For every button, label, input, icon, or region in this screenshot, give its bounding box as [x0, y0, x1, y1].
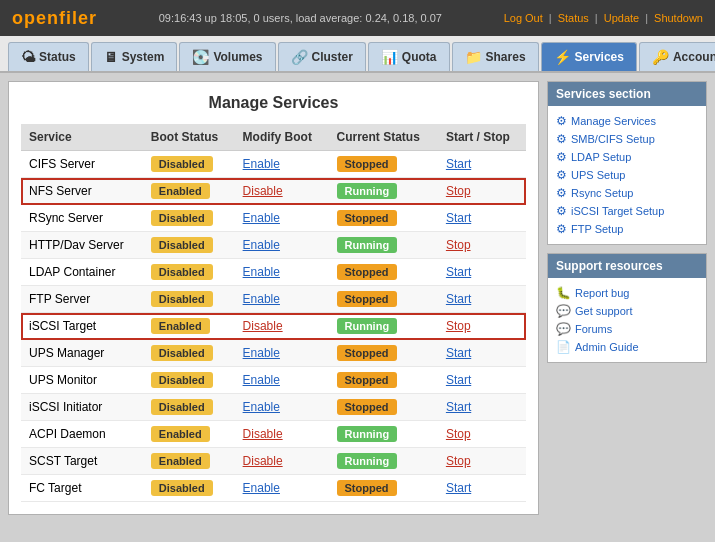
- modify-boot-link[interactable]: Disable: [243, 427, 283, 441]
- modify-boot-link[interactable]: Enable: [243, 157, 280, 171]
- modify-boot-link[interactable]: Enable: [243, 400, 280, 414]
- logout-link[interactable]: Log Out: [504, 12, 543, 24]
- cell-action[interactable]: Start: [438, 286, 526, 313]
- cell-action[interactable]: Stop: [438, 178, 526, 205]
- cell-action[interactable]: Start: [438, 394, 526, 421]
- modify-boot-link[interactable]: Enable: [243, 481, 280, 495]
- status-link[interactable]: Status: [558, 12, 589, 24]
- cell-boot-status: Disabled: [143, 286, 235, 313]
- cell-modify-boot[interactable]: Disable: [235, 313, 329, 340]
- modify-boot-link[interactable]: Enable: [243, 238, 280, 252]
- cell-modify-boot[interactable]: Enable: [235, 259, 329, 286]
- navigation: 🌤 Status 🖥 System 💽 Volumes 🔗 Cluster 📊 …: [0, 36, 715, 73]
- start-stop-link[interactable]: Stop: [446, 427, 471, 441]
- tab-system[interactable]: 🖥 System: [91, 42, 178, 71]
- tab-accounts[interactable]: 🔑 Accounts: [639, 42, 715, 71]
- cell-modify-boot[interactable]: Enable: [235, 205, 329, 232]
- start-stop-link[interactable]: Stop: [446, 319, 471, 333]
- tab-volumes[interactable]: 💽 Volumes: [179, 42, 275, 71]
- cell-action[interactable]: Start: [438, 151, 526, 178]
- cell-boot-status: Disabled: [143, 475, 235, 502]
- tab-status[interactable]: 🌤 Status: [8, 42, 89, 71]
- shares-icon: 📁: [465, 49, 482, 65]
- sidebar-services-box: Services section ⚙Manage Services⚙SMB/CI…: [547, 81, 707, 245]
- cell-action[interactable]: Start: [438, 205, 526, 232]
- start-stop-link[interactable]: Stop: [446, 238, 471, 252]
- sidebar-item[interactable]: ⚙FTP Setup: [556, 220, 698, 238]
- start-stop-link[interactable]: Start: [446, 211, 471, 225]
- start-stop-link[interactable]: Stop: [446, 454, 471, 468]
- cell-service-name: FTP Server: [21, 286, 143, 313]
- gear-icon: ⚙: [556, 150, 567, 164]
- modify-boot-link[interactable]: Disable: [243, 319, 283, 333]
- sidebar-support-item[interactable]: 💬Forums: [556, 320, 698, 338]
- cell-modify-boot[interactable]: Disable: [235, 421, 329, 448]
- main-content: Manage Services Service Boot Status Modi…: [0, 73, 715, 523]
- col-start-stop: Start / Stop: [438, 124, 526, 151]
- modify-boot-link[interactable]: Disable: [243, 454, 283, 468]
- cluster-icon: 🔗: [291, 49, 308, 65]
- cell-modify-boot[interactable]: Enable: [235, 394, 329, 421]
- cell-action[interactable]: Start: [438, 367, 526, 394]
- sidebar-support-item[interactable]: 🐛Report bug: [556, 284, 698, 302]
- cell-boot-status: Disabled: [143, 259, 235, 286]
- cell-modify-boot[interactable]: Enable: [235, 340, 329, 367]
- modify-boot-link[interactable]: Enable: [243, 265, 280, 279]
- modify-boot-link[interactable]: Enable: [243, 373, 280, 387]
- sidebar-support-title: Support resources: [548, 254, 706, 278]
- cell-modify-boot[interactable]: Enable: [235, 232, 329, 259]
- cell-service-name: CIFS Server: [21, 151, 143, 178]
- sidebar-item-label: LDAP Setup: [571, 151, 631, 163]
- tab-shares[interactable]: 📁 Shares: [452, 42, 539, 71]
- cell-modify-boot[interactable]: Enable: [235, 475, 329, 502]
- cell-action[interactable]: Start: [438, 259, 526, 286]
- cell-action[interactable]: Start: [438, 340, 526, 367]
- sidebar-item[interactable]: ⚙Manage Services: [556, 112, 698, 130]
- cell-service-name: FC Target: [21, 475, 143, 502]
- sidebar-item[interactable]: ⚙SMB/CIFS Setup: [556, 130, 698, 148]
- modify-boot-link[interactable]: Enable: [243, 346, 280, 360]
- cell-modify-boot[interactable]: Enable: [235, 151, 329, 178]
- shutdown-link[interactable]: Shutdown: [654, 12, 703, 24]
- cell-modify-boot[interactable]: Disable: [235, 178, 329, 205]
- table-row: iSCSI Initiator Disabled Enable Stopped …: [21, 394, 526, 421]
- cell-action[interactable]: Stop: [438, 232, 526, 259]
- modify-boot-link[interactable]: Disable: [243, 184, 283, 198]
- sidebar-support-item[interactable]: 📄Admin Guide: [556, 338, 698, 356]
- cell-action[interactable]: Stop: [438, 313, 526, 340]
- modify-boot-link[interactable]: Enable: [243, 211, 280, 225]
- gear-icon: ⚙: [556, 114, 567, 128]
- start-stop-link[interactable]: Stop: [446, 184, 471, 198]
- tab-quota[interactable]: 📊 Quota: [368, 42, 450, 71]
- start-stop-link[interactable]: Start: [446, 373, 471, 387]
- sidebar-item[interactable]: ⚙UPS Setup: [556, 166, 698, 184]
- cell-modify-boot[interactable]: Enable: [235, 286, 329, 313]
- table-row: ACPI Daemon Enabled Disable Running Stop: [21, 421, 526, 448]
- start-stop-link[interactable]: Start: [446, 481, 471, 495]
- sidebar-support-item[interactable]: 💬Get support: [556, 302, 698, 320]
- start-stop-link[interactable]: Start: [446, 265, 471, 279]
- sidebar-item[interactable]: ⚙LDAP Setup: [556, 148, 698, 166]
- start-stop-link[interactable]: Start: [446, 400, 471, 414]
- cell-service-name: ACPI Daemon: [21, 421, 143, 448]
- tab-cluster[interactable]: 🔗 Cluster: [278, 42, 366, 71]
- tab-volumes-label: Volumes: [213, 50, 262, 64]
- gear-icon: ⚙: [556, 204, 567, 218]
- modify-boot-link[interactable]: Enable: [243, 292, 280, 306]
- cell-modify-boot[interactable]: Enable: [235, 367, 329, 394]
- cell-modify-boot[interactable]: Disable: [235, 448, 329, 475]
- cell-action[interactable]: Stop: [438, 448, 526, 475]
- start-stop-link[interactable]: Start: [446, 157, 471, 171]
- cell-action[interactable]: Stop: [438, 421, 526, 448]
- start-stop-link[interactable]: Start: [446, 292, 471, 306]
- col-current-status: Current Status: [329, 124, 438, 151]
- header-links: Log Out | Status | Update | Shutdown: [504, 12, 703, 24]
- sidebar-item[interactable]: ⚙iSCSI Target Setup: [556, 202, 698, 220]
- cell-action[interactable]: Start: [438, 475, 526, 502]
- tab-services[interactable]: ⚡ Services: [541, 42, 637, 71]
- update-link[interactable]: Update: [604, 12, 639, 24]
- start-stop-link[interactable]: Start: [446, 346, 471, 360]
- table-header-row: Service Boot Status Modify Boot Current …: [21, 124, 526, 151]
- sidebar-item-label: iSCSI Target Setup: [571, 205, 664, 217]
- sidebar-item[interactable]: ⚙Rsync Setup: [556, 184, 698, 202]
